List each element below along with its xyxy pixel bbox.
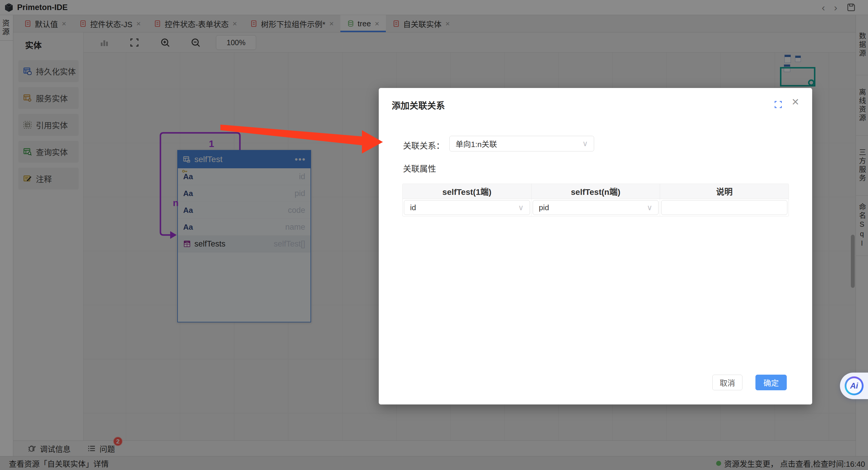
description-input[interactable]	[661, 200, 787, 215]
dialog-footer: 取消 确定	[379, 375, 812, 394]
one-end-field-select[interactable]: id ∨	[404, 200, 530, 215]
relation-type-select[interactable]: 单向1:n关联 ∨	[450, 136, 594, 152]
table-header-row: selfTest(1端) selfTest(n端) 说明	[403, 184, 788, 199]
relation-type-label: 关联关系：	[403, 139, 444, 151]
column-header-n-end: selfTest(n端)	[531, 184, 660, 199]
one-end-field-value: id	[410, 203, 416, 212]
close-icon[interactable]: ×	[792, 96, 799, 108]
fullscreen-icon[interactable]	[773, 100, 783, 109]
cancel-button[interactable]: 取消	[712, 375, 742, 390]
relation-type-value: 单向1:n关联	[456, 138, 497, 149]
ai-icon-label: Ai	[846, 378, 862, 394]
column-header-one-end: selfTest(1端)	[403, 184, 531, 199]
add-relation-dialog: 添加关联关系 × 关联关系： 单向1:n关联 ∨ 关联属性 selfTest(1…	[379, 88, 812, 404]
n-end-field-select[interactable]: pid ∨	[533, 200, 659, 215]
chevron-down-icon: ∨	[518, 203, 524, 212]
ai-icon: Ai	[845, 376, 864, 395]
table-row: id ∨ pid ∨	[403, 199, 788, 216]
relation-attributes-table: selfTest(1端) selfTest(n端) 说明 id ∨ pid ∨	[402, 183, 789, 216]
relation-attributes-title: 关联属性	[403, 162, 436, 174]
ai-assistant-button[interactable]: Ai	[840, 373, 868, 399]
confirm-button[interactable]: 确定	[755, 375, 787, 390]
n-end-field-value: pid	[539, 203, 549, 212]
chevron-down-icon: ∨	[647, 203, 652, 212]
column-header-description: 说明	[660, 184, 788, 199]
dialog-title: 添加关联关系	[392, 98, 445, 111]
chevron-down-icon: ∨	[582, 139, 588, 148]
